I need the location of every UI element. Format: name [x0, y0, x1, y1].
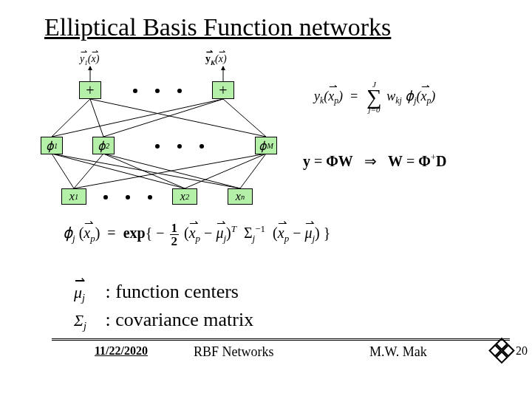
svg-line-16 — [240, 154, 266, 188]
output-label-y1: y1(x) — [80, 53, 99, 66]
ellipsis-dot — [177, 89, 182, 93]
ellipsis-dot — [103, 195, 108, 200]
ellipsis-dot — [133, 89, 137, 93]
ellipsis-dot — [148, 195, 152, 200]
svg-line-5 — [103, 99, 223, 137]
ellipsis-dot — [177, 144, 182, 149]
input-node-xn: xn — [228, 188, 253, 205]
network-diagram: y1(x) yK(x) — [30, 59, 296, 222]
svg-line-13 — [185, 154, 266, 188]
footer-title: RBF Networks — [194, 344, 274, 360]
footer-date: 11/22/2020 — [95, 344, 148, 358]
svg-line-7 — [223, 99, 266, 137]
legend-sigma: Σj : covariance matrix — [74, 309, 253, 332]
svg-line-6 — [90, 99, 266, 137]
svg-line-8 — [52, 154, 74, 188]
output-label-yk: yK(x) — [205, 53, 227, 66]
ellipsis-dot — [126, 195, 130, 200]
equation-matrix: y = ΦW ⇒ W = Φ+D — [303, 151, 525, 170]
equation-yk: yk(xp) = J ∑ j=0 wkj ϕj(xp) — [314, 81, 521, 113]
slide-title: Elliptical Basis Function networks — [44, 13, 391, 41]
ellipsis-dot — [200, 144, 204, 149]
sum-lower-limit: j=0 — [369, 106, 381, 113]
svg-line-14 — [52, 154, 240, 188]
svg-line-11 — [52, 154, 185, 188]
svg-line-3 — [52, 99, 223, 137]
hidden-node-phi2: ϕ2 — [92, 137, 115, 154]
svg-line-9 — [74, 154, 103, 188]
legend-sigma-text: : covariance matrix — [106, 309, 254, 330]
logo-icon — [486, 335, 517, 366]
output-node-first: + — [79, 81, 101, 99]
svg-line-2 — [52, 99, 90, 137]
legend-mu: μj : function centers — [74, 281, 239, 304]
hidden-node-phi1: ϕ1 — [41, 137, 63, 154]
hidden-node-phim: ϕM — [255, 137, 277, 154]
equation-phij: ϕj (xp) = exp{ − 12 (xp − μj)T Σj−1 (xp … — [63, 222, 330, 248]
svg-line-15 — [103, 154, 240, 188]
svg-line-10 — [74, 154, 266, 188]
footer-author: M.W. Mak — [369, 344, 427, 360]
svg-line-4 — [90, 99, 103, 137]
page-number: 20 — [516, 344, 528, 358]
output-node-last: + — [212, 81, 234, 99]
svg-line-12 — [103, 154, 185, 188]
input-node-x2: x2 — [172, 188, 197, 205]
ellipsis-dot — [155, 89, 160, 93]
ellipsis-dot — [155, 144, 160, 149]
legend-mu-text: : function centers — [106, 281, 239, 302]
footer-divider — [52, 338, 510, 341]
input-node-x1: x1 — [61, 188, 86, 205]
